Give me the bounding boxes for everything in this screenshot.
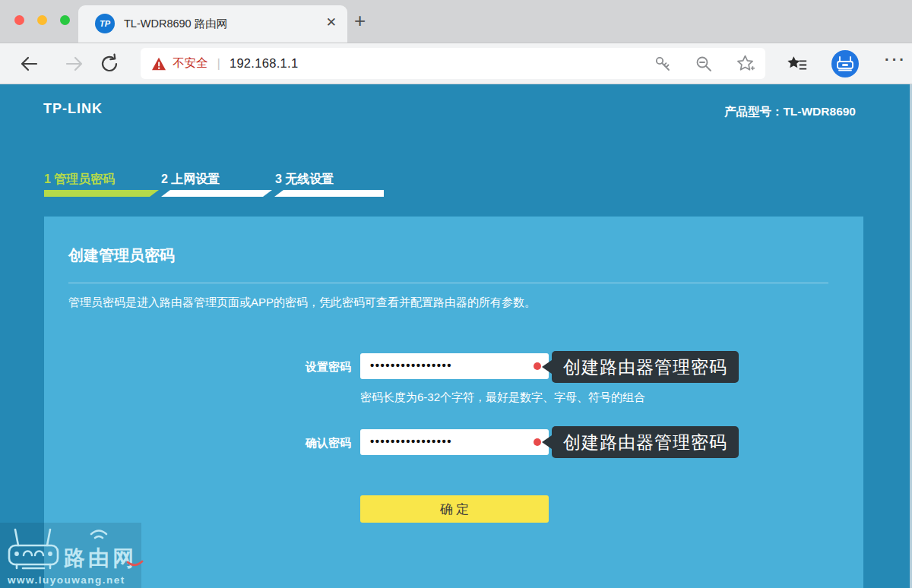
insecure-warning-icon[interactable]	[151, 57, 166, 71]
new-tab-button[interactable]: +	[354, 9, 366, 33]
panel-divider	[68, 283, 828, 283]
password-input[interactable]: ••••••••••••••••	[360, 353, 549, 379]
password-key-icon[interactable]	[654, 55, 672, 73]
forward-icon[interactable]	[64, 53, 85, 74]
window-minimize-button[interactable]	[37, 15, 47, 25]
confirm-password-input[interactable]: ••••••••••••••••	[360, 429, 549, 455]
window-close-button[interactable]	[14, 15, 24, 25]
browser-tab-bar: TP TL-WDR8690 路由网 ✕ +	[0, 0, 912, 43]
browser-tab[interactable]: TP TL-WDR8690 路由网 ✕	[78, 5, 347, 43]
confirm-masked-value: ••••••••••••••••	[370, 429, 452, 454]
tab-title: TL-WDR8690 路由网	[124, 17, 227, 31]
product-model-label: 产品型号：TL-WDR8690	[724, 104, 856, 120]
password-hint: 密码长度为6-32个字符，最好是数字、字母、符号的组合	[360, 390, 645, 405]
more-menu-icon[interactable]: ···	[885, 51, 907, 68]
browser-window: TP TL-WDR8690 路由网 ✕ + 不安全 | 192.168.1.1	[0, 0, 912, 588]
step-bar-2	[161, 190, 272, 197]
step-bar-1	[44, 190, 159, 197]
create-password-panel: 创建管理员密码 管理员密码是进入路由器管理页面或APP的密码，凭此密码可查看并配…	[44, 217, 863, 588]
step-tab-internet-settings[interactable]: 2 上网设置	[161, 172, 220, 188]
password-required-dot	[534, 362, 541, 370]
url-text: 192.168.1.1	[230, 56, 298, 71]
step-tab-wireless-settings[interactable]: 3 无线设置	[275, 172, 334, 188]
address-divider: |	[217, 56, 220, 71]
security-status-label[interactable]: 不安全	[173, 55, 208, 71]
confirm-required-dot	[534, 438, 541, 446]
reload-icon[interactable]	[99, 53, 120, 74]
favorites-list-icon[interactable]	[787, 54, 808, 75]
tooltip-arrow	[542, 360, 552, 374]
password-masked-value: ••••••••••••••••	[370, 353, 452, 378]
add-favorite-star-icon[interactable]	[736, 54, 755, 73]
password-tooltip: 创建路由器管理密码	[542, 351, 739, 383]
password-label: 设置密码	[242, 360, 351, 375]
watermark-site-url: www.luyouwang.net	[7, 574, 125, 586]
browser-toolbar: 不安全 | 192.168.1.1	[0, 43, 912, 84]
luyouwang-watermark: 路由网 www.luyouwang.net	[6, 526, 155, 588]
router-avatar-icon	[836, 55, 854, 72]
tooltip-arrow	[542, 435, 552, 449]
step-tab-admin-password[interactable]: 1 管理员密码	[44, 172, 115, 188]
tooltip-text: 创建路由器管理密码	[552, 351, 739, 383]
profile-avatar[interactable]	[831, 50, 859, 77]
tplink-logo: TP-LINK	[43, 101, 103, 117]
panel-title: 创建管理员密码	[68, 245, 175, 266]
site-favicon: TP	[95, 14, 115, 33]
confirm-button[interactable]: 确 定	[360, 495, 549, 523]
zoom-out-icon[interactable]	[695, 55, 713, 73]
confirm-password-label: 确认密码	[242, 436, 351, 450]
back-icon[interactable]	[18, 53, 40, 74]
watermark-site-name: 路由网	[63, 546, 137, 570]
panel-description: 管理员密码是进入路由器管理页面或APP的密码，凭此密码可查看并配置路由器的所有参…	[68, 296, 536, 310]
address-bar[interactable]: 不安全 | 192.168.1.1	[141, 48, 765, 79]
window-zoom-button[interactable]	[60, 15, 70, 25]
tab-close-icon[interactable]: ✕	[326, 15, 337, 30]
tooltip-text: 创建路由器管理密码	[552, 426, 739, 458]
step-bar-3	[274, 190, 384, 197]
confirm-password-tooltip: 创建路由器管理密码	[542, 426, 739, 458]
router-setup-page: TP-LINK 产品型号：TL-WDR8690 1 管理员密码 2 上网设置 3…	[0, 84, 912, 588]
